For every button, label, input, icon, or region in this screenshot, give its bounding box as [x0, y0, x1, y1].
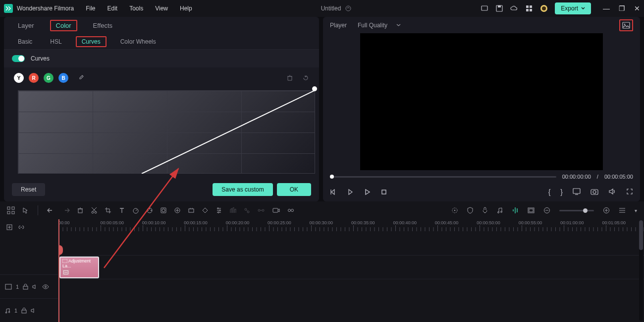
- scrub-head[interactable]: [330, 175, 334, 179]
- color-icon[interactable]: [146, 207, 153, 214]
- curve-handle[interactable]: [312, 86, 317, 91]
- add-track-icon[interactable]: [6, 224, 13, 231]
- mute-track-icon[interactable]: [32, 284, 38, 290]
- zoom-slider[interactable]: [559, 210, 594, 211]
- snapshot-button[interactable]: [619, 19, 633, 31]
- audio-track-lane[interactable]: [58, 279, 644, 303]
- zoom-knob[interactable]: [583, 208, 588, 213]
- subtab-curves[interactable]: Curves: [76, 36, 107, 47]
- reset-button[interactable]: Reset: [12, 183, 45, 196]
- save-icon[interactable]: [495, 4, 503, 12]
- lock-audio-icon[interactable]: [21, 308, 27, 314]
- auto-ripple-icon[interactable]: [18, 224, 25, 231]
- vertical-scrollbar[interactable]: [639, 220, 643, 321]
- tab-effects[interactable]: Effects: [89, 20, 117, 31]
- channel-blue[interactable]: B: [58, 73, 68, 83]
- play-icon[interactable]: [364, 189, 371, 195]
- playhead[interactable]: [58, 219, 59, 322]
- menu-edit[interactable]: Edit: [107, 5, 118, 12]
- speed-icon[interactable]: [132, 207, 139, 214]
- svg-rect-62: [5, 284, 11, 289]
- zoom-in-icon[interactable]: [603, 207, 610, 214]
- scroll-thumb[interactable]: [639, 220, 643, 250]
- keyframe-icon[interactable]: [174, 207, 181, 214]
- export-button[interactable]: Export: [555, 2, 591, 14]
- reset-curve-icon[interactable]: [302, 74, 309, 81]
- menu-view[interactable]: View: [155, 5, 168, 12]
- fullscreen-icon[interactable]: [626, 188, 633, 196]
- audio-ducking-icon[interactable]: [229, 207, 236, 214]
- text-icon[interactable]: [118, 207, 125, 214]
- quality-dropdown[interactable]: Full Quality: [358, 22, 401, 29]
- mark-in-icon[interactable]: {: [548, 188, 551, 196]
- channel-red[interactable]: R: [29, 73, 39, 83]
- app-launcher-icon[interactable]: [7, 206, 15, 214]
- record-screen-icon[interactable]: [481, 4, 488, 12]
- capture-icon[interactable]: [590, 188, 598, 196]
- channel-green[interactable]: G: [44, 73, 54, 83]
- select-tool-icon[interactable]: [22, 207, 29, 214]
- timeline-ruler[interactable]: 00:00 00:00:05:00 00:00:10:00 00:00:15:0…: [58, 219, 644, 231]
- cut-icon[interactable]: [91, 207, 98, 214]
- svg-point-26: [95, 211, 97, 213]
- green-screen-icon[interactable]: [202, 207, 209, 214]
- mask-icon[interactable]: [160, 207, 167, 214]
- prev-frame-icon[interactable]: [330, 189, 337, 195]
- menu-file[interactable]: File: [86, 5, 95, 12]
- title-right-controls: Export — ❐ ✕: [481, 2, 640, 14]
- stop-icon[interactable]: [380, 189, 387, 195]
- music-icon[interactable]: [497, 207, 503, 214]
- record-vo-icon[interactable]: [272, 207, 280, 214]
- cloud-sync-icon[interactable]: [345, 5, 352, 12]
- scrub-track[interactable]: [330, 176, 556, 178]
- detect-icon[interactable]: [188, 207, 195, 214]
- tab-color[interactable]: Color: [50, 20, 77, 31]
- redo-icon[interactable]: [62, 207, 70, 214]
- visibility-icon[interactable]: [42, 284, 49, 289]
- channel-luma[interactable]: Y: [14, 73, 24, 83]
- cloud-icon[interactable]: [510, 4, 518, 12]
- ok-button[interactable]: OK: [277, 183, 311, 196]
- mark-out-icon[interactable]: }: [560, 188, 563, 196]
- volume-icon[interactable]: [608, 188, 616, 196]
- curves-toggle[interactable]: [12, 55, 25, 62]
- menu-tools[interactable]: Tools: [129, 5, 143, 12]
- step-back-icon[interactable]: [347, 189, 354, 195]
- display-settings-icon[interactable]: [573, 188, 581, 196]
- account-avatar-icon[interactable]: [540, 4, 548, 12]
- shield-icon[interactable]: [467, 207, 473, 214]
- delete-point-icon[interactable]: [286, 74, 293, 81]
- undo-icon[interactable]: [47, 207, 55, 214]
- lock-track-icon[interactable]: [23, 284, 28, 290]
- adjustment-layer-clip[interactable]: Adjustment La...: [59, 257, 99, 278]
- delete-icon[interactable]: [77, 207, 84, 214]
- close-button[interactable]: ✕: [634, 4, 640, 12]
- link-icon[interactable]: [257, 207, 265, 214]
- video-canvas[interactable]: [360, 33, 603, 170]
- list-view-icon[interactable]: [619, 207, 626, 213]
- more-tools-icon[interactable]: [287, 207, 295, 214]
- eyedropper-icon[interactable]: [77, 74, 84, 81]
- save-custom-button[interactable]: Save as custom: [213, 183, 272, 196]
- menu-help[interactable]: Help: [180, 5, 192, 12]
- subtab-hsl[interactable]: HSL: [46, 36, 65, 47]
- marker-icon[interactable]: [451, 207, 458, 214]
- audio-stretch-icon[interactable]: [243, 207, 250, 214]
- video-track-lane[interactable]: Adjustment La...: [58, 255, 644, 279]
- mixer-icon[interactable]: [512, 207, 519, 214]
- timeline-body[interactable]: 00:00 00:00:05:00 00:00:10:00 00:00:15:0…: [58, 219, 644, 322]
- maximize-button[interactable]: ❐: [619, 4, 625, 12]
- grid-icon[interactable]: [525, 4, 533, 12]
- subtab-basic[interactable]: Basic: [14, 36, 36, 47]
- subtab-color-wheels[interactable]: Color Wheels: [116, 36, 160, 47]
- adjust-icon[interactable]: [215, 207, 222, 214]
- tab-layer[interactable]: Layer: [14, 20, 38, 31]
- minimize-button[interactable]: —: [603, 4, 610, 12]
- zoom-out-icon[interactable]: [543, 207, 550, 214]
- crop-icon[interactable]: [105, 207, 111, 214]
- curve-graph[interactable]: [14, 88, 309, 178]
- mic-icon[interactable]: [482, 207, 488, 214]
- mute-audio-icon[interactable]: [31, 308, 37, 314]
- render-icon[interactable]: [528, 207, 535, 213]
- timeline-options-icon[interactable]: ▾: [635, 208, 637, 213]
